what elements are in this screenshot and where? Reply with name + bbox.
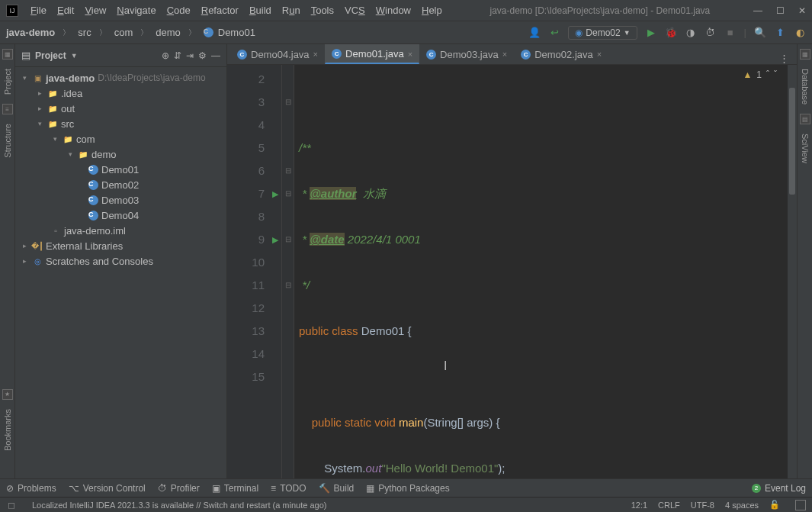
tool-python-packages[interactable]: ▦Python Packages xyxy=(366,483,449,494)
run-button[interactable]: ▶ xyxy=(645,27,657,39)
line-number[interactable]: 3 xyxy=(227,91,281,114)
tree-out[interactable]: ▸📁 out xyxy=(15,101,226,116)
status-caret-pos[interactable]: 12:1 xyxy=(631,501,647,510)
tool-problems[interactable]: ⊘Problems xyxy=(6,483,56,494)
status-indent[interactable]: 4 spaces xyxy=(725,501,759,510)
tree-idea[interactable]: ▸📁 .idea xyxy=(15,85,226,101)
database-tool-label[interactable]: Database xyxy=(801,66,810,108)
fold-toggle-icon[interactable]: ⊟ xyxy=(282,182,294,205)
line-number[interactable]: 6 xyxy=(227,159,281,182)
tree-demo03[interactable]: C Demo03 xyxy=(15,192,226,208)
breadcrumb[interactable]: java-demo 〉 src 〉 com 〉 demo 〉 C Demo01 xyxy=(6,27,255,38)
structure-tool-label[interactable]: Structure xyxy=(3,121,12,161)
sciview-tool-icon[interactable]: ▤ xyxy=(800,114,810,124)
tool-terminal[interactable]: ▣Terminal xyxy=(212,483,258,494)
menu-tools[interactable]: Tools xyxy=(307,3,339,18)
bookmarks-tool-icon[interactable]: ★ xyxy=(2,389,13,400)
status-encoding[interactable]: UTF-8 xyxy=(691,501,714,510)
menu-window[interactable]: Window xyxy=(371,3,416,18)
breadcrumb-root[interactable]: java-demo xyxy=(6,27,55,38)
sciview-tool-label[interactable]: SciView xyxy=(801,130,810,166)
editor-scrollbar[interactable] xyxy=(788,65,797,512)
line-gutter[interactable]: 2 3 4 5 6 7 8 9 10 11 12 13 14 15 xyxy=(227,65,282,512)
project-tree[interactable]: ▾▣ java-demo D:\IdeaProjects\java-demo ▸… xyxy=(15,67,226,272)
back-arrow-icon[interactable]: ↩ xyxy=(548,27,560,39)
tab-demo01[interactable]: C Demo01.java × xyxy=(325,44,419,64)
select-opened-icon[interactable]: ⊕ xyxy=(162,50,169,61)
debug-button[interactable]: 🐞 xyxy=(665,27,677,39)
menu-code[interactable]: Code xyxy=(162,3,195,18)
line-number-run[interactable]: 9 xyxy=(227,228,281,251)
project-view-icon[interactable]: ▤ xyxy=(21,50,30,61)
tree-root[interactable]: ▾▣ java-demo D:\IdeaProjects\java-demo xyxy=(15,70,226,85)
settings-gear-icon[interactable]: ⚙ xyxy=(198,50,207,61)
menu-file[interactable]: File xyxy=(26,3,51,18)
line-number[interactable]: 5 xyxy=(227,137,281,159)
project-panel-title[interactable]: Project xyxy=(35,50,66,61)
collapse-icon[interactable]: ⇥ xyxy=(186,50,194,61)
fold-toggle-icon[interactable]: ⊟ xyxy=(282,91,294,114)
tool-build[interactable]: 🔨Build xyxy=(319,483,355,494)
ide-settings-icon[interactable]: ◐ xyxy=(794,27,806,39)
tool-profiler[interactable]: ⏱Profiler xyxy=(158,483,200,494)
tree-demo02[interactable]: C Demo02 xyxy=(15,177,226,192)
tab-demo02[interactable]: C Demo02.java × xyxy=(514,44,608,64)
tool-event-log[interactable]: 2Event Log xyxy=(752,483,806,494)
project-tool-label[interactable]: Project xyxy=(3,66,12,98)
database-tool-icon[interactable]: ▦ xyxy=(800,49,810,60)
code-text[interactable]: /** * @author 水滴 * @date 2022/4/1 0001 *… xyxy=(294,65,797,512)
profile-button[interactable]: ⏱ xyxy=(704,27,717,39)
line-number[interactable]: 2 xyxy=(227,68,281,91)
menu-edit[interactable]: Edit xyxy=(53,3,79,18)
status-message[interactable]: Localized IntelliJ IDEA 2021.3.3 is avai… xyxy=(32,501,621,510)
tree-demo04[interactable]: C Demo04 xyxy=(15,208,226,223)
tool-todo[interactable]: ≡TODO xyxy=(271,483,306,494)
stop-button[interactable]: ■ xyxy=(724,27,737,39)
menu-help[interactable]: Help xyxy=(417,3,447,18)
close-button[interactable]: ✕ xyxy=(798,5,806,16)
line-number[interactable]: 8 xyxy=(227,205,281,228)
status-mem-indicator[interactable] xyxy=(795,500,806,510)
menu-view[interactable]: View xyxy=(80,3,111,18)
tab-demo04[interactable]: C Demo04.java × xyxy=(230,44,325,64)
line-number[interactable]: 11 xyxy=(227,274,281,297)
breadcrumb-leaf[interactable]: Demo01 xyxy=(218,27,255,38)
line-number[interactable]: 4 xyxy=(227,114,281,137)
tool-version-control[interactable]: ⌥Version Control xyxy=(69,483,146,494)
tree-ext-lib[interactable]: ▸�┃ External Libraries xyxy=(15,238,226,253)
project-tool-icon[interactable]: ▦ xyxy=(2,49,13,60)
line-number[interactable]: 14 xyxy=(227,343,281,365)
line-number[interactable]: 13 xyxy=(227,320,281,343)
tree-com[interactable]: ▾📁 com xyxy=(15,131,226,147)
close-tab-icon[interactable]: × xyxy=(408,50,412,59)
close-tab-icon[interactable]: × xyxy=(597,50,602,59)
breadcrumb-src[interactable]: src xyxy=(78,27,91,38)
code-editor[interactable]: 2 3 4 5 6 7 8 9 10 11 12 13 14 15 ⊟ ⊟ ⊟ … xyxy=(227,65,797,512)
inspection-widget[interactable]: ▲ 1 ˆ ˇ xyxy=(743,69,777,80)
coverage-button[interactable]: ◑ xyxy=(685,27,697,39)
line-number[interactable]: 10 xyxy=(227,251,281,274)
tree-demo[interactable]: ▾📁 demo xyxy=(15,147,226,162)
menu-navigate[interactable]: Navigate xyxy=(112,3,160,18)
fold-toggle-icon[interactable]: ⊟ xyxy=(282,228,294,251)
line-number[interactable]: 12 xyxy=(227,297,281,320)
status-tool-windows-icon[interactable]: ◻ xyxy=(6,500,17,510)
hide-panel-icon[interactable]: — xyxy=(211,50,220,61)
fold-end-icon[interactable]: ⊟ xyxy=(282,159,294,182)
bookmarks-tool-label[interactable]: Bookmarks xyxy=(3,406,12,454)
chevron-down-icon[interactable]: ▼ xyxy=(71,52,78,60)
close-tab-icon[interactable]: × xyxy=(313,50,318,59)
add-user-icon[interactable]: 👤 xyxy=(528,27,541,39)
tree-demo01[interactable]: C Demo01 xyxy=(15,162,226,177)
expand-all-icon[interactable]: ⇵ xyxy=(174,50,181,61)
breadcrumb-demo[interactable]: demo xyxy=(156,27,181,38)
tree-src[interactable]: ▾📁 src xyxy=(15,116,226,131)
maximize-button[interactable]: ☐ xyxy=(776,5,785,16)
prev-highlight-icon[interactable]: ˆ xyxy=(766,69,769,80)
search-icon[interactable]: 🔍 xyxy=(754,27,766,39)
status-line-sep[interactable]: CRLF xyxy=(658,501,680,510)
run-config-selector[interactable]: ◉ Demo02 ▼ xyxy=(568,26,637,40)
tree-iml[interactable]: ▫ java-demo.iml xyxy=(15,223,226,238)
next-highlight-icon[interactable]: ˇ xyxy=(774,69,777,80)
tree-scratch[interactable]: ▸◎ Scratches and Consoles xyxy=(15,253,226,269)
